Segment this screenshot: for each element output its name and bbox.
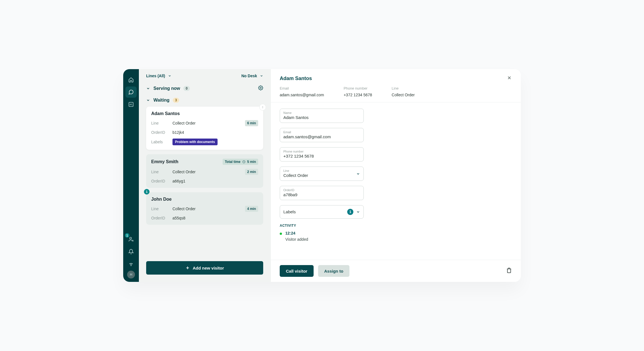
field-value: a55qs8 [172, 216, 185, 220]
lines-dropdown[interactable]: Lines (All) [146, 74, 171, 78]
nav-home[interactable] [125, 74, 137, 85]
chevron-down-icon [356, 210, 360, 214]
trash-icon [506, 268, 512, 273]
chat-icon [128, 89, 134, 95]
line-select[interactable]: Line Collect Order [280, 167, 364, 181]
visitor-card[interactable]: Emmy Smith Total time 5 min Line Collect… [146, 154, 263, 188]
field-label: Phone number [283, 150, 360, 153]
visitor-cards: Adam Santos Line Collect Order 6 min Ord… [146, 107, 263, 225]
field-value: adam.santos@gmail.com [283, 134, 360, 139]
close-button[interactable] [507, 75, 512, 82]
nav-notifications[interactable] [125, 246, 137, 257]
waiting-section-head[interactable]: Waiting 3 [146, 98, 263, 103]
total-time-label: Total time [225, 160, 241, 164]
wait-time-badge: 6 min [245, 120, 258, 126]
call-visitor-button[interactable]: Call visitor [280, 265, 314, 277]
orderid-field[interactable]: OrderID a78ba9 [280, 186, 364, 200]
field-label: Line [151, 170, 172, 174]
plus-icon [185, 266, 190, 270]
field-label: Line [283, 169, 360, 172]
sort-icon [261, 106, 264, 109]
home-icon [128, 77, 134, 83]
reorder-handle[interactable] [259, 104, 266, 111]
field-label: Email [283, 130, 360, 134]
wait-time-badge: 4 min [245, 206, 258, 212]
meta-value: +372 1234 5678 [344, 93, 372, 97]
meta-value: Collect Order [392, 93, 415, 97]
meta-label: Email [280, 86, 324, 90]
settings-button[interactable] [258, 85, 263, 92]
button-label: Assign to [324, 269, 343, 273]
visitor-name: John Doe [151, 197, 172, 202]
wifi-icon [128, 261, 134, 267]
total-time-value: 5 min [247, 160, 256, 164]
gear-icon [258, 85, 263, 90]
field-label: OrderID [283, 188, 360, 192]
serving-section-head[interactable]: Serving now 0 [146, 85, 263, 92]
field-label: Line [151, 121, 172, 125]
svg-point-3 [260, 87, 262, 89]
email-field[interactable]: Email adam.santos@gmail.com [280, 128, 364, 142]
visitor-name: Emmy Smith [151, 159, 178, 164]
field-label: Line [151, 207, 172, 211]
meta-value: adam.santos@gmail.com [280, 93, 324, 97]
chevron-down-icon [168, 74, 171, 78]
phone-field[interactable]: Phone number +372 1234 5678 [280, 147, 364, 162]
add-visitor-button[interactable]: Add new visitor [146, 261, 263, 275]
labels-select[interactable]: Labels 1 [280, 205, 364, 219]
field-value: a78ba9 [283, 192, 360, 197]
svg-point-2 [131, 265, 131, 266]
chart-icon [128, 102, 134, 107]
total-time-badge: Total time 5 min [223, 159, 258, 165]
visitor-name: Adam Santos [151, 111, 180, 116]
button-label: Call visitor [286, 269, 307, 273]
users-icon [128, 237, 134, 242]
desk-dropdown[interactable]: No Desk [241, 74, 263, 78]
users-badge: 1 [125, 233, 129, 238]
meta-label: Line [392, 86, 415, 90]
visitor-card[interactable]: Adam Santos Line Collect Order 6 min Ord… [146, 107, 263, 150]
chevron-down-icon [146, 98, 150, 102]
field-label: Name [283, 111, 360, 114]
chevron-down-icon [146, 86, 150, 90]
field-value: Labels [283, 209, 296, 214]
nav-network[interactable] [125, 258, 137, 270]
activity-heading: ACTIVITY [280, 224, 512, 228]
status-dot-icon [280, 233, 282, 235]
queue-header: Lines (All) No Desk [146, 74, 263, 78]
name-field[interactable]: Name Adam Santos [280, 109, 364, 123]
nav-stats[interactable] [125, 99, 137, 110]
detail-title: Adam Santos [280, 76, 312, 81]
field-value: +372 1234 5678 [283, 154, 360, 158]
svg-point-1 [130, 237, 132, 239]
field-value: Collect Order [172, 170, 195, 174]
activity-time: 12:24 [285, 231, 308, 235]
nav-queue[interactable] [125, 86, 137, 98]
serving-count: 0 [183, 86, 190, 91]
delete-button[interactable] [506, 268, 512, 274]
assign-to-button[interactable]: Assign to [318, 265, 349, 277]
nav-users[interactable]: 1 [125, 234, 137, 245]
wait-time-badge: 2 min [245, 169, 258, 175]
waiting-count: 3 [173, 98, 179, 103]
serving-label: Serving now [153, 86, 180, 91]
field-value: Collect Order [283, 173, 360, 178]
meta-label: Phone number [344, 86, 372, 90]
visitor-card[interactable]: 1 John Doe Line Collect Order 4 min Orde… [146, 192, 263, 225]
nav-rail: 1 H [123, 69, 139, 282]
detail-header: Adam Santos Emailadam.santos@gmail.com P… [271, 69, 521, 102]
chevron-down-icon [260, 74, 263, 78]
field-value: Collect Order [172, 207, 195, 211]
field-label: OrderID [151, 130, 172, 135]
clock-icon [242, 160, 246, 163]
activity-item: 12:24 Visitor added [280, 231, 512, 242]
detail-footer: Call visitor Assign to [271, 260, 521, 282]
field-value: a66yg1 [172, 179, 185, 183]
user-avatar[interactable]: H [127, 271, 135, 279]
waiting-label: Waiting [153, 98, 169, 103]
field-value: Collect Order [172, 121, 195, 125]
field-label: Labels [151, 140, 172, 144]
close-icon [507, 75, 512, 80]
detail-meta: Emailadam.santos@gmail.com Phone number+… [280, 86, 512, 97]
field-label: OrderID [151, 216, 172, 220]
